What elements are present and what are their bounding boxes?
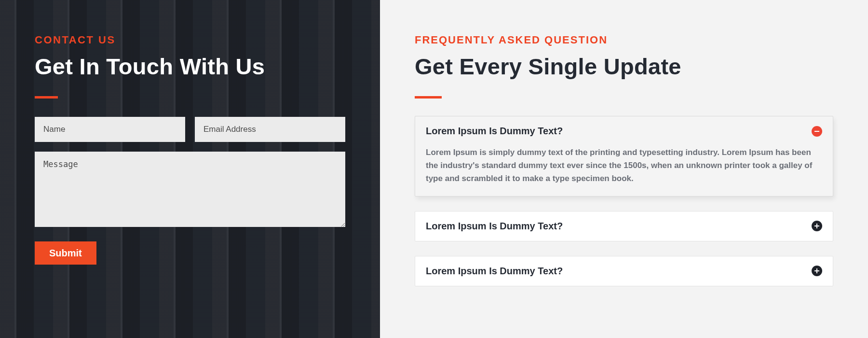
faq-section: FREQUENTLY ASKED QUESTION Get Every Sing… [380,0,868,338]
faq-item: Lorem Ipsum Is Dummy Text? [415,211,833,241]
faq-title: Get Every Single Update [415,53,833,80]
contact-section: CONTACT US Get In Touch With Us Submit [0,0,380,338]
faq-accordion: Lorem Ipsum Is Dummy Text? Lorem Ipsum i… [415,116,833,286]
svg-rect-4 [816,268,817,273]
submit-button[interactable]: Submit [35,241,96,265]
faq-item-header[interactable]: Lorem Ipsum Is Dummy Text? [415,211,833,241]
faq-item: Lorem Ipsum Is Dummy Text? [415,256,833,286]
faq-eyebrow: FREQUENTLY ASKED QUESTION [415,34,833,46]
faq-item: Lorem Ipsum Is Dummy Text? Lorem Ipsum i… [415,116,833,197]
contact-eyebrow: CONTACT US [35,34,345,46]
svg-rect-2 [816,224,817,228]
email-field[interactable] [195,117,345,142]
svg-rect-0 [814,131,819,132]
faq-question: Lorem Ipsum Is Dummy Text? [426,266,563,277]
contact-divider [35,96,58,99]
faq-question: Lorem Ipsum Is Dummy Text? [426,126,563,137]
plus-icon [812,266,822,276]
name-field[interactable] [35,117,185,142]
faq-item-header[interactable]: Lorem Ipsum Is Dummy Text? [415,256,833,286]
message-field[interactable] [35,152,345,227]
plus-icon [812,221,822,231]
faq-question: Lorem Ipsum Is Dummy Text? [426,221,563,232]
contact-title: Get In Touch With Us [35,53,345,80]
faq-divider [415,96,442,99]
faq-answer: Lorem Ipsum is simply dummy text of the … [415,146,833,196]
minus-icon [812,126,822,137]
contact-form: Submit [35,117,345,265]
faq-item-header[interactable]: Lorem Ipsum Is Dummy Text? [415,116,833,146]
